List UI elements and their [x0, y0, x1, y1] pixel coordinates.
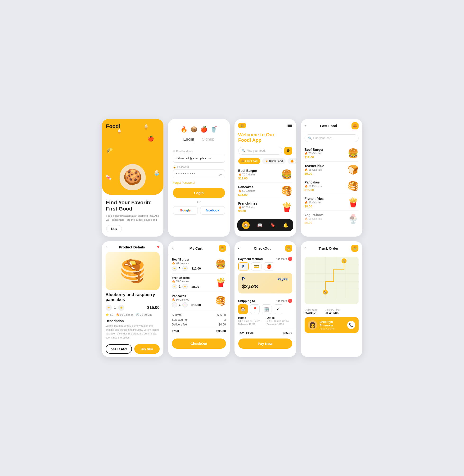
svg-text:🛒: 🛒	[342, 259, 346, 263]
checkout-avatar: 🍔	[285, 245, 292, 252]
ff-item-yogurt[interactable]: Yogurt-bowl 🔥 55 Calories $6.00 🍨	[305, 211, 358, 227]
cart-header: ‹ My Cart 🍔	[168, 241, 230, 254]
product-details-screen: ‹ Product Details ♥ 🥞 Blueberry and rasp…	[102, 241, 164, 357]
cart-title: My Cart	[190, 246, 203, 250]
login-button[interactable]: Login	[173, 188, 225, 198]
tab-login[interactable]: Login	[183, 137, 194, 143]
home-search-box[interactable]: 🔍 Find your food...	[238, 147, 282, 155]
nav-bell[interactable]: 🔔	[283, 223, 288, 228]
ff-item-pancakes[interactable]: Pancakes 🔥 60 Calories $15.00 🥞	[305, 178, 358, 194]
add-shipping-button[interactable]: Add More +	[276, 299, 292, 303]
category-fresh[interactable]: 🍊 Fresh	[288, 158, 296, 164]
social-login-buttons: Google facebook	[173, 206, 225, 215]
nav-home[interactable]: 🏠	[242, 221, 250, 229]
cart-decrease-burger[interactable]: −	[172, 266, 177, 271]
product-time: 🕐 20-30 Min	[136, 313, 152, 316]
or-divider: Or	[173, 200, 225, 204]
description-title: Description	[102, 317, 164, 324]
tab-signup[interactable]: Signup	[202, 137, 214, 143]
cart-pancakes-qty: − 1 + $15.00	[172, 302, 215, 307]
courier-role: Food Courier	[319, 327, 347, 330]
skip-button[interactable]: Skip	[106, 225, 122, 232]
quantity-control: − 1 +	[106, 305, 125, 311]
deco-emoji-2: 🍦	[143, 124, 149, 130]
splash-content: Find Your Favorite First Good Food is be…	[102, 195, 164, 237]
cart-back-button[interactable]: ‹	[172, 246, 173, 250]
cart-items-list: Beef Burger 🔥 70 Calories − 1 + $12.00 🍔…	[168, 254, 230, 311]
map-area: 🛒 🏠	[305, 257, 358, 304]
apple-pay-option[interactable]: 🍎	[264, 262, 274, 270]
subtotal-row: Subtotal $35.00	[172, 313, 226, 317]
food-item-fries[interactable]: French-fries 🔥 65 Calories $8.00 🍟	[238, 199, 292, 215]
home-header: 🍔	[234, 119, 296, 130]
paypal-text-logo: PayPal	[278, 277, 289, 281]
menu-button[interactable]	[288, 124, 292, 127]
pay-now-button[interactable]: Pay Now	[238, 338, 292, 349]
add-payment-button[interactable]: Add More +	[276, 257, 292, 261]
cart-increase-fries[interactable]: +	[182, 284, 188, 289]
fast-food-search[interactable]: 🔍 Find your food...	[305, 134, 358, 142]
deco-emoji-4: 🌮	[106, 148, 113, 154]
home-screen: 🍔 Welcome to Our Foodi App 🔍 Find your f…	[234, 119, 296, 237]
quantity-price-row: − 1 + $15.00	[102, 303, 164, 312]
forgot-password-link[interactable]: Forgot Password!	[173, 181, 225, 184]
paypal-option[interactable]: P	[238, 262, 249, 270]
deco-emoji-1: 🍦	[116, 129, 122, 135]
facebook-login-button[interactable]: facebook	[200, 206, 225, 215]
password-input[interactable]	[173, 169, 225, 178]
buy-now-button[interactable]: Buy Now	[134, 344, 160, 354]
pay-now-button-row: Pay Now	[234, 337, 296, 352]
cart-decrease-pancakes[interactable]: −	[172, 302, 177, 307]
favorite-button[interactable]: ♥	[157, 245, 160, 250]
splash-title: Find Your Favorite First Good	[106, 200, 159, 212]
fast-food-screen: ‹ Fast Food 🍔 🔍 Find your food... Beef B…	[301, 119, 362, 237]
ff-item-fries[interactable]: French-fries 🔥 65 Calories $8.00 🍟	[305, 194, 358, 211]
category-drink-food[interactable]: 🍺 Drink Food	[262, 158, 286, 164]
food-item-pancakes[interactable]: Pancakes 🔥 60 Calories $15.00 🥞	[238, 183, 292, 199]
order-details: Order code 25A36V3 Delivery time 20-40 M…	[301, 307, 362, 317]
cart-increase-burger[interactable]: +	[182, 266, 188, 271]
show-password-icon[interactable]: 👁	[218, 173, 222, 177]
home-shipping-icon[interactable]: 🏠	[238, 304, 248, 314]
back-button[interactable]: ‹	[305, 124, 306, 128]
home-search-row: 🔍 Find your food... ⚙	[234, 145, 296, 157]
home-logo: 🍔	[238, 123, 246, 128]
food-icon-1: 🔥	[181, 126, 188, 133]
bottom-navigation: 🏠 📖 🔖 🔔	[237, 219, 293, 231]
increase-quantity-button[interactable]: +	[118, 305, 124, 311]
office-shipping-icon[interactable]: 🏢	[262, 304, 271, 314]
email-input[interactable]	[173, 154, 225, 163]
cart-decrease-fries[interactable]: −	[172, 284, 177, 289]
track-back-button[interactable]: ‹	[305, 246, 306, 250]
deco-emoji-6: 🧁	[154, 170, 160, 176]
product-price: $15.00	[147, 305, 160, 310]
login-top: 🔥 📦 🍎 🥤 Login Signup	[168, 119, 230, 150]
product-back-button[interactable]: ‹	[106, 245, 107, 249]
food-item-beef-burger[interactable]: Beef Burger 🔥 70 Calories $12.00 🍔	[238, 166, 292, 183]
nav-book[interactable]: 📖	[257, 223, 262, 228]
password-label: 🔒 Password	[173, 166, 225, 169]
cart-img-burger: 🍔	[215, 259, 226, 269]
checkout-button[interactable]: CheckOut	[172, 338, 226, 349]
category-fast-food[interactable]: 🍔 Fast Food	[238, 158, 261, 164]
nav-bookmark[interactable]: 🔖	[270, 223, 275, 228]
cart-increase-pancakes[interactable]: +	[182, 302, 188, 307]
location-shipping-icon[interactable]: 📍	[250, 304, 260, 314]
checkout-title: CheckOut	[254, 246, 271, 250]
call-courier-button[interactable]: 📞	[347, 321, 355, 329]
decrease-quantity-button[interactable]: −	[106, 305, 112, 311]
add-to-cart-button[interactable]: Add To Cart	[106, 344, 132, 354]
filter-button[interactable]: ⚙	[284, 147, 292, 155]
checkout-back-button[interactable]: ‹	[238, 246, 240, 250]
lock-icon: 🔒	[173, 166, 176, 169]
check-shipping-icon[interactable]: ✓	[274, 304, 283, 314]
fire-icon-2: 🔥	[238, 189, 242, 192]
food-image-burger: 🍔	[281, 169, 292, 180]
ff-item-burger[interactable]: Beef Burger 🔥 70 Calories $12.00 🍔	[305, 145, 358, 162]
food-icon-2: 📦	[190, 126, 198, 133]
payment-option-2[interactable]: 💳	[251, 262, 261, 270]
ff-item-toaster[interactable]: Toaster-blue 🔥 65 Calories $5.00 🍞	[305, 162, 358, 178]
total-row: Total $35.00	[172, 327, 226, 333]
google-login-button[interactable]: Google	[173, 206, 198, 215]
ff-img-pancakes: 🥞	[348, 181, 358, 191]
